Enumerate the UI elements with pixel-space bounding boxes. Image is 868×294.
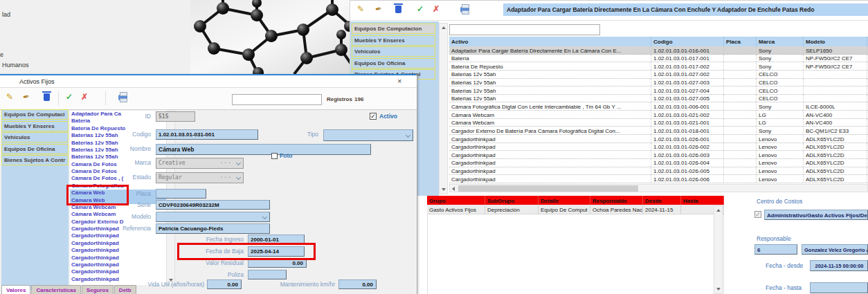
category-item[interactable]: Equipos De Computacion xyxy=(352,24,435,34)
printer-icon[interactable] xyxy=(458,3,471,15)
fecha-desde-field[interactable]: 2024-11-15 00:00:00 xyxy=(810,260,868,271)
valor-residual-field[interactable]: 0.00 xyxy=(248,258,307,268)
table-horizontal-scrollbar[interactable] xyxy=(449,184,868,192)
grid-header-subgrupo[interactable]: SubGrupo xyxy=(485,196,539,205)
window-titlebar[interactable]: Activos Fijos × xyxy=(0,75,417,88)
column-header-activo[interactable]: Activo xyxy=(449,37,651,46)
table-row[interactable]: Cargadorthinkpad 1.02.01.03.01-026-002 L… xyxy=(449,143,868,151)
scroll-left-icon[interactable] xyxy=(452,187,455,191)
category-item[interactable]: Equipos De Computaci xyxy=(1,109,69,120)
tab[interactable]: Caracteristicas xyxy=(31,285,80,294)
category-item[interactable]: Vehiculos xyxy=(352,46,435,57)
mantenimiento-field[interactable]: 0.00 xyxy=(338,279,377,289)
category-item[interactable]: Vehiculos xyxy=(1,132,69,143)
printer-icon[interactable] xyxy=(116,91,129,103)
scrollbar-thumb[interactable] xyxy=(458,185,638,192)
category-item[interactable]: Muebles Y Enseres xyxy=(1,121,69,131)
table-row[interactable]: Baterias 12v 55ah 1.02.01.03.01-027-005 … xyxy=(449,95,868,103)
fecha-hasta-field[interactable] xyxy=(810,282,868,293)
tab[interactable]: Valores xyxy=(1,285,30,294)
category-item[interactable]: Muebles Y Enseres xyxy=(352,35,435,46)
tab[interactable]: Seguros xyxy=(82,285,114,294)
table-row[interactable]: Batería 1.02.01.03.01-017-001 Sony NP-FW… xyxy=(449,55,868,63)
asset-list-item[interactable]: Cargadorthinkpad xyxy=(70,240,166,247)
vida-util-field[interactable]: 0.00 xyxy=(207,279,242,289)
asset-filter-input[interactable] xyxy=(449,24,600,35)
scroll-down-icon[interactable] xyxy=(716,288,721,291)
category-scrollbar[interactable] xyxy=(439,23,448,194)
menu-fragment[interactable]: e xyxy=(0,51,3,58)
ellipsis-button[interactable]: ... xyxy=(220,158,232,165)
check-icon[interactable]: ✓ xyxy=(414,3,426,15)
grid-header-responsable[interactable]: Responsable xyxy=(590,196,643,205)
asset-list-item[interactable]: Cargadorthinkpad xyxy=(70,247,166,254)
check-icon[interactable]: ✓ xyxy=(63,91,75,103)
asset-list-item[interactable]: Cargadorthinkpad xyxy=(70,268,166,275)
table-row[interactable]: Baterias 12v 55ah 1.02.01.03.01-027-003 … xyxy=(449,79,868,87)
scroll-up-icon[interactable] xyxy=(442,26,446,29)
responsable-id-field[interactable]: 6 xyxy=(754,244,797,255)
foto-checkbox[interactable] xyxy=(271,153,278,159)
nombre-field[interactable]: Cámara Web xyxy=(156,144,371,155)
asset-list-item[interactable]: Cámara Fotográfica xyxy=(70,183,166,190)
column-header-codigo[interactable]: Codigo xyxy=(651,37,724,46)
trash-icon[interactable] xyxy=(392,3,404,15)
cancel-icon[interactable]: ✗ xyxy=(430,3,442,15)
serie-field[interactable]: CDVF0230649R03232M xyxy=(156,200,270,210)
asset-list-item[interactable]: Cargadorthinkpad xyxy=(70,232,166,239)
search-input[interactable] xyxy=(232,94,322,105)
table-row[interactable]: Cámara Webcam 1.02.01.03.01-021-001 LG A… xyxy=(449,119,868,127)
fecha-ingreso-field[interactable]: 2000-01-01 xyxy=(248,235,305,244)
edit-icon[interactable]: ✎ xyxy=(3,91,16,103)
poliza-field[interactable] xyxy=(248,270,287,279)
grid-header-hasta[interactable]: Hasta xyxy=(681,196,724,205)
fecha-baja-field[interactable]: 2025-04-14 xyxy=(248,246,305,257)
table-row[interactable]: Cargadorthinkpad 1.02.01.03.01-026-006 L… xyxy=(449,175,868,183)
sign-icon[interactable]: ✒ xyxy=(19,90,34,104)
centro-costos-checkbox[interactable]: ✓ xyxy=(754,211,761,218)
sign-icon[interactable]: ✒ xyxy=(372,2,386,17)
category-item[interactable]: Equipos De Oficina xyxy=(352,58,435,68)
grid-header-detalle[interactable]: Detalle xyxy=(539,196,590,205)
category-item[interactable]: Bienes Sujetos A Contr xyxy=(1,155,69,165)
tipo-dropdown[interactable] xyxy=(323,129,413,141)
column-header-marca[interactable]: Marca xyxy=(757,37,804,46)
cancel-icon[interactable]: ✗ xyxy=(78,91,91,103)
table-row[interactable]: Cámara Fotográfica Digtal Con Lente Inte… xyxy=(449,102,868,111)
responsable-name-field[interactable]: Gonzalez Velez Gregorio Alberto xyxy=(802,244,868,255)
grid-row[interactable]: Gasto Activos Fijos Depreciación Equipo … xyxy=(427,205,724,214)
marca-dropdown[interactable]: Creative... xyxy=(156,158,244,169)
grid-vertical-scrollbar[interactable] xyxy=(714,205,723,294)
table-row[interactable]: Adaptador Para Cargar Batería Directamen… xyxy=(449,46,868,55)
menu-fragment[interactable]: Humanos xyxy=(2,62,29,68)
table-row[interactable]: Cargador Externo De Batería Para Cámara … xyxy=(449,127,868,135)
column-header-modelo[interactable]: Modelo xyxy=(804,37,867,46)
centro-costos-field[interactable]: Administrativo/Gasto Activos Fijos/Depre… xyxy=(764,210,868,220)
table-row[interactable]: Cargadorthinkpad 1.02.01.03.01-026-003 L… xyxy=(449,151,868,159)
tab[interactable]: Detb xyxy=(114,285,136,294)
modelo-dropdown[interactable] xyxy=(156,212,270,222)
category-item[interactable]: Equipos De Oficina xyxy=(1,144,69,154)
column-header-placa[interactable]: Placa xyxy=(724,37,757,46)
asset-list-item[interactable]: Cargadorthinkpad xyxy=(70,261,166,268)
table-row[interactable]: Batería De Repuesto 1.02.01.03.01-017-00… xyxy=(449,62,868,71)
referencia-field[interactable]: Patricia Cacuango-Fieds xyxy=(156,223,270,234)
estado-dropdown[interactable]: Regular... xyxy=(156,172,244,183)
grid-header-grupo[interactable]: Grupo xyxy=(427,196,485,205)
close-icon[interactable]: × xyxy=(397,77,401,85)
placa-field[interactable] xyxy=(156,189,206,199)
table-row[interactable]: Cámara Webcam 1.02.01.03.01-021-002 LG A… xyxy=(449,111,868,119)
activo-checkbox[interactable]: ✓ xyxy=(370,113,377,120)
edit-icon[interactable]: ✎ xyxy=(354,3,367,15)
codigo-field[interactable]: 1.02.01.03.01-031-001 xyxy=(156,129,258,140)
scroll-down-icon[interactable] xyxy=(442,188,446,191)
table-row[interactable]: Cargadorthinkpad 1.02.01.03.01-026-005 L… xyxy=(449,167,868,176)
trash-icon[interactable] xyxy=(40,91,53,103)
table-row[interactable]: Cargadorthinkpad 1.02.01.03.01-026-001 L… xyxy=(449,135,868,143)
table-row[interactable]: Cargadorthinkpad 1.02.01.03.01-026-004 L… xyxy=(449,159,868,167)
table-row[interactable]: Baterias 12v 55ah 1.02.01.03.01-027-004 … xyxy=(449,86,868,95)
asset-list-item[interactable]: Cargadorthinkpad xyxy=(70,255,166,261)
menu-fragment[interactable]: lad xyxy=(2,11,10,18)
grid-header-desde[interactable]: Desde xyxy=(643,196,681,205)
scroll-up-icon[interactable] xyxy=(716,209,721,212)
